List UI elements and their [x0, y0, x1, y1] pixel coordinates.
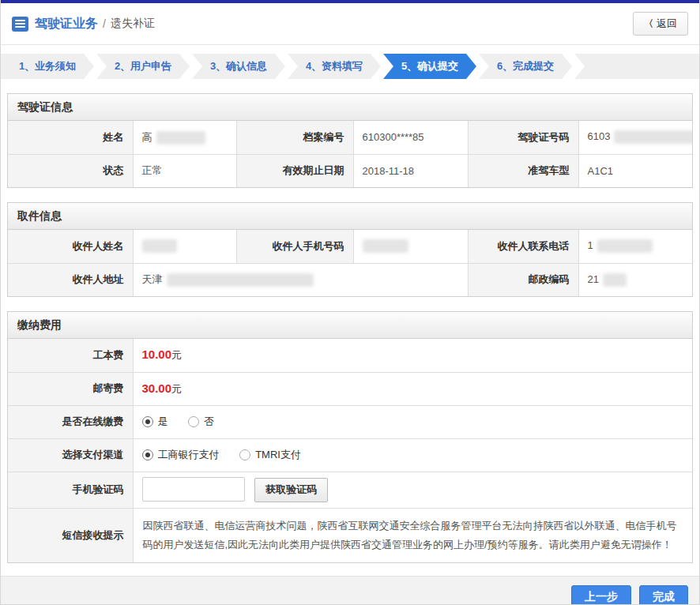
recipient-mobile-label: 收件人手机号码 — [236, 230, 353, 263]
postal-code-label: 邮政编码 — [468, 263, 578, 296]
file-no-label: 档案编号 — [236, 121, 353, 154]
production-fee-label: 工本费 — [8, 339, 133, 372]
redacted-blur — [603, 273, 627, 287]
radio-unselected-icon — [239, 449, 250, 460]
online-payment-options: 是 否 — [133, 405, 692, 438]
payment-channel-label: 选择支付渠道 — [8, 438, 133, 472]
radio-selected-icon — [142, 416, 153, 427]
sms-code-label: 手机验证码 — [8, 472, 133, 508]
page-title-primary: 驾驶证业务 — [35, 16, 98, 32]
radio-label: 否 — [204, 415, 214, 429]
table-row: 状态 正常 有效期止日期 2018-11-18 准驾车型 A1C1 — [8, 154, 692, 187]
tab-step-3[interactable]: 3、确认信息 — [192, 54, 285, 79]
radio-label: TMRI支付 — [255, 448, 301, 462]
tab-step-4[interactable]: 4、资料填写 — [288, 54, 381, 79]
table-row: 收件人姓名 收件人手机号码 收件人联系电话 1 — [8, 230, 692, 263]
payment-title: 缴纳费用 — [8, 312, 692, 339]
redacted-blur — [142, 239, 177, 253]
sms-notice-text: 因陕西省联通、电信运营商技术问题，陕西省互联网交通安全综合服务管理平台无法向持陕… — [133, 508, 692, 562]
page: 驾驶证业务 / 遗失补证 〈 返回 1、业务须知 2、用户申告 3、确认信息 4… — [0, 0, 700, 605]
redacted-blur — [156, 131, 205, 145]
sms-code-input[interactable] — [142, 477, 245, 502]
mailing-fee-value: 30.00元 — [133, 372, 692, 405]
online-pay-yes-radio[interactable]: 是 — [142, 415, 168, 429]
back-button[interactable]: 〈 返回 — [633, 12, 688, 36]
pickup-info-table: 收件人姓名 收件人手机号码 收件人联系电话 1 收件人地址 天津 邮政编码 21 — [8, 230, 692, 296]
pickup-info-section: 取件信息 收件人姓名 收件人手机号码 收件人联系电话 1 收件人地址 天津 邮政… — [7, 202, 693, 297]
page-title-secondary: 遗失补证 — [111, 17, 155, 31]
channel-tmri-radio[interactable]: TMRI支付 — [239, 448, 301, 462]
license-no-value: 6103 — [578, 121, 692, 154]
radio-selected-icon — [142, 449, 153, 460]
step-tabs: 1、业务须知 2、用户申告 3、确认信息 4、资料填写 5、确认提交 6、完成提… — [1, 54, 699, 79]
payment-channel-options: 工商银行支付 TMRI支付 — [133, 438, 692, 472]
recipient-address-label: 收件人地址 — [8, 263, 133, 296]
sms-code-field-cell: 获取验证码 — [133, 472, 692, 508]
vehicle-class-value: A1C1 — [578, 154, 692, 187]
get-code-button[interactable]: 获取验证码 — [254, 478, 328, 502]
valid-until-label: 有效期止日期 — [236, 154, 353, 187]
tab-step-5-active[interactable]: 5、确认提交 — [383, 54, 476, 79]
finish-button[interactable]: 完成 — [639, 585, 688, 605]
valid-until-value: 2018-11-18 — [353, 154, 468, 187]
recipient-phone-value: 1 — [578, 230, 692, 263]
file-no-value: 610300****85 — [353, 121, 468, 154]
redacted-blur — [167, 273, 314, 287]
tab-step-1[interactable]: 1、业务须知 — [1, 54, 94, 79]
license-info-section: 驾驶证信息 姓名 高 档案编号 610300****85 驾驶证号码 6103 … — [7, 93, 693, 188]
mailing-fee-label: 邮寄费 — [8, 372, 133, 405]
name-label: 姓名 — [8, 121, 133, 154]
breadcrumb-separator: / — [103, 17, 106, 30]
status-value: 正常 — [133, 154, 236, 187]
table-row: 短信接收提示 因陕西省联通、电信运营商技术问题，陕西省互联网交通安全综合服务管理… — [8, 508, 692, 562]
status-label: 状态 — [8, 154, 133, 187]
recipient-name-value — [133, 230, 236, 263]
radio-unselected-icon — [188, 416, 199, 427]
back-button-label: 返回 — [657, 17, 677, 31]
sms-notice-label: 短信接收提示 — [8, 508, 133, 562]
previous-step-button[interactable]: 上一步 — [571, 585, 631, 605]
license-no-label: 驾驶证号码 — [468, 121, 578, 154]
table-row: 是否在线缴费 是 否 — [8, 405, 692, 438]
table-row: 工本费 10.00元 — [8, 339, 692, 372]
license-info-title: 驾驶证信息 — [8, 94, 692, 121]
vehicle-class-label: 准驾车型 — [468, 154, 578, 187]
online-payment-label: 是否在线缴费 — [8, 405, 133, 438]
step-tabs-filler — [574, 54, 699, 79]
license-info-table: 姓名 高 档案编号 610300****85 驾驶证号码 6103 状态 正常 … — [8, 121, 692, 187]
recipient-address-value: 天津 — [133, 263, 468, 296]
recipient-phone-label: 收件人联系电话 — [468, 230, 578, 263]
radio-label: 是 — [158, 415, 168, 429]
table-row: 姓名 高 档案编号 610300****85 驾驶证号码 6103 — [8, 121, 692, 154]
chevron-left-icon: 〈 — [644, 17, 653, 31]
name-value: 高 — [133, 121, 236, 154]
recipient-mobile-value — [353, 230, 468, 263]
payment-table: 工本费 10.00元 邮寄费 30.00元 是否在线缴费 是 否 选择支付渠道 … — [8, 339, 692, 562]
radio-label: 工商银行支付 — [158, 448, 220, 462]
postal-code-value: 21 — [578, 263, 692, 296]
production-fee-value: 10.00元 — [133, 339, 692, 372]
tab-step-2[interactable]: 2、用户申告 — [96, 54, 190, 79]
tab-step-6[interactable]: 6、完成提交 — [479, 54, 572, 79]
payment-section: 缴纳费用 工本费 10.00元 邮寄费 30.00元 是否在线缴费 是 否 选择… — [7, 311, 693, 563]
pickup-info-title: 取件信息 — [8, 203, 692, 230]
table-row: 手机验证码 获取验证码 — [8, 472, 692, 508]
online-pay-no-radio[interactable]: 否 — [188, 415, 214, 429]
channel-icbc-radio[interactable]: 工商银行支付 — [142, 448, 220, 462]
document-list-icon — [12, 17, 28, 32]
table-row: 选择支付渠道 工商银行支付 TMRI支付 — [8, 438, 692, 472]
redacted-blur — [597, 239, 653, 253]
redacted-blur — [363, 239, 408, 253]
recipient-name-label: 收件人姓名 — [8, 230, 133, 263]
table-row: 收件人地址 天津 邮政编码 21 — [8, 263, 692, 296]
redacted-blur — [614, 130, 692, 144]
footer-action-bar: 上一步 完成 — [1, 576, 699, 605]
header: 驾驶证业务 / 遗失补证 〈 返回 — [1, 3, 699, 45]
table-row: 邮寄费 30.00元 — [8, 372, 692, 405]
